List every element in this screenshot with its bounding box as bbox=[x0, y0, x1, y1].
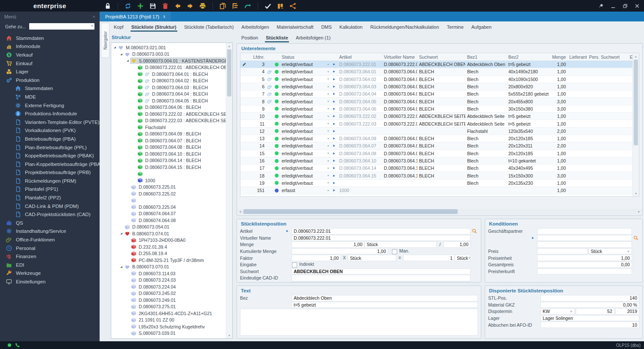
tree-node[interactable]: D.0806073.064.07 : BLECH bbox=[112, 137, 226, 144]
tab-dms[interactable]: DMS bbox=[317, 23, 335, 33]
preis-field[interactable] bbox=[537, 248, 588, 255]
sidebar-item-produktion[interactable]: Produktion bbox=[0, 76, 100, 84]
artikel-field[interactable]: D.0806073.222.01 bbox=[292, 228, 471, 235]
cell-dd[interactable] bbox=[325, 137, 331, 140]
table-row[interactable]: 13erledigt/verbautD.0806073.064.09D.0806… bbox=[240, 135, 633, 142]
tree-node[interactable]: D.0806073.064.10 : BLECH bbox=[112, 150, 226, 157]
resources-button[interactable] bbox=[276, 2, 284, 10]
scroll-down-icon[interactable]: ▼ bbox=[633, 190, 639, 196]
tree-scroll-thumb[interactable] bbox=[227, 49, 231, 96]
cell-dd[interactable] bbox=[325, 115, 331, 118]
tree-node[interactable]: S.0806073.039.01 bbox=[112, 330, 226, 337]
cell-play[interactable] bbox=[331, 63, 337, 66]
table-row[interactable]: 17erledigt/verbautD.0806073.064.14D.0806… bbox=[240, 165, 633, 172]
cell-dd[interactable] bbox=[325, 63, 331, 66]
sidebar-item-lager[interactable]: Lager bbox=[0, 67, 100, 76]
menge-field[interactable]: 1,00 bbox=[292, 241, 365, 248]
cell-dd[interactable] bbox=[325, 189, 331, 192]
refresh-button[interactable] bbox=[124, 2, 132, 10]
table-row[interactable]: 11erledigt/verbautD.0806073.222.03D.0806… bbox=[240, 120, 633, 127]
table-row[interactable]: 19erledigt/verbautBlech20x135x2301,00 bbox=[240, 180, 633, 187]
print-button[interactable] bbox=[199, 2, 207, 10]
cell-play[interactable] bbox=[331, 85, 337, 88]
tree-node[interactable]: D.0806074.064.08 bbox=[112, 217, 226, 224]
result-unit-dropdown[interactable]: Stück▼ bbox=[455, 255, 471, 261]
column-header-ein[interactable]: Ein bbox=[626, 54, 633, 60]
menu-close-icon[interactable]: × bbox=[93, 14, 95, 19]
confirm-button[interactable] bbox=[264, 2, 272, 10]
tree-node[interactable]: D.0806073.224.03 bbox=[112, 277, 226, 284]
column-header-vname[interactable]: Virtueller Name bbox=[382, 54, 417, 60]
inner-tab-st-ckliste[interactable]: Stückliste bbox=[262, 33, 292, 43]
lager-field[interactable]: Lager Solingen bbox=[541, 315, 639, 322]
cell-dd[interactable] bbox=[325, 122, 331, 125]
tree-node[interactable]: D.0806073.224.04 bbox=[112, 283, 226, 290]
sidebar-item-einstellungen[interactable]: Einstellungen bbox=[0, 277, 100, 286]
tab-kopf[interactable]: Kopf bbox=[110, 23, 128, 33]
bez-line2-field[interactable]: t=5 gebeizt bbox=[292, 302, 478, 308]
tree-expander[interactable] bbox=[119, 53, 124, 56]
scroll-up-icon[interactable]: ▲ bbox=[633, 53, 639, 59]
column-header-pers[interactable]: Pers. Suchwort bbox=[587, 54, 626, 60]
cell-play[interactable] bbox=[331, 78, 337, 81]
zeichnungsnummer-field[interactable]: D.0806073.222.01 bbox=[292, 282, 471, 283]
sidebar-item-cad-link-pdm-pdm[interactable]: CAD-Link & PDM (PDM) bbox=[0, 202, 100, 211]
sidebar-item-werkzeuge[interactable]: Werkzeuge bbox=[0, 269, 100, 278]
sidebar-item-verkauf[interactable]: $Verkauf bbox=[0, 51, 100, 59]
table-hscrollbar[interactable]: ◄ ► bbox=[237, 209, 642, 214]
cell-dd[interactable] bbox=[325, 181, 331, 184]
table-row[interactable]: 15erledigt/verbautD.0806073.064.08D.0806… bbox=[240, 150, 633, 157]
pin-icon[interactable] bbox=[598, 3, 604, 9]
sidebar-item-projektbetriebsauftr-ge-prb[interactable]: Projektbetriebsaufträge (PRB) bbox=[0, 168, 100, 177]
table-row[interactable]: 10erledigt/verbautD.0806073.222.02D.0806… bbox=[240, 113, 633, 120]
tree-node[interactable]: D.0806073.225.01 bbox=[112, 184, 226, 191]
table-row[interactable]: 6erledigt/verbautD.0806073.064.03D.08060… bbox=[240, 83, 633, 90]
tab-close-icon[interactable]: x bbox=[163, 14, 165, 19]
sidebar-item-infomodule[interactable]: Infomodule bbox=[0, 42, 100, 51]
cell-play[interactable] bbox=[331, 114, 337, 118]
cell-play[interactable] bbox=[331, 137, 337, 140]
scroll-down-icon[interactable]: ▼ bbox=[226, 332, 232, 338]
column-header-bez1[interactable]: Bez1 bbox=[465, 54, 507, 60]
tab-materialwirtschaft[interactable]: Materialwirtschaft bbox=[273, 23, 318, 33]
tree-node[interactable]: D.232.01.39.4 bbox=[112, 244, 226, 250]
sidebar-item-plan-koppelbetriebsauftr-ge-pbakp[interactable]: Plan-Koppelbetriebsaufträge (PBAKP) bbox=[0, 160, 100, 168]
tab-arbeitsfolgen[interactable]: Arbeitsfolgen bbox=[237, 23, 273, 33]
tab-projektba[interactable]: ProjektBA 1213 (Prjstl 17) x bbox=[100, 12, 171, 21]
table-row[interactable]: 5erledigt/verbautD.0806073.064.02D.08060… bbox=[240, 76, 633, 83]
tree-node[interactable]: D.255.08.19.4 bbox=[112, 250, 226, 257]
scroll-right-icon[interactable]: ► bbox=[636, 209, 642, 214]
tree-node[interactable]: B.0806073.070.01 bbox=[112, 264, 226, 271]
restore-icon[interactable] bbox=[623, 3, 628, 9]
sidebar-item-mde[interactable]: MDE bbox=[0, 93, 100, 101]
sidebar-item-plan-betriebsauftr-ge-ppl[interactable]: Plan-Betriebsaufträge (PPL) bbox=[0, 143, 100, 152]
sidebar-item-betriebsauftr-ge-pba[interactable]: Betriebsaufträge (PBA) bbox=[0, 135, 100, 143]
tree-node[interactable]: B.0806073.074.01 bbox=[112, 230, 226, 237]
vname-field[interactable]: D.0806073.222.01 bbox=[292, 235, 471, 241]
tree-node[interactable]: D.0806073.064.02 : BLECH bbox=[112, 78, 226, 84]
tab-st-ckliste-tabellarisch[interactable]: Stückliste (Tabellarisch) bbox=[180, 23, 238, 33]
tree-node[interactable]: L95x20x3 Schutzring Kugeldrehv bbox=[112, 323, 226, 330]
table-scrollbar[interactable]: ▲ ▼ bbox=[632, 53, 639, 196]
table-row[interactable]: 7erledigt/verbautD.0806073.064.04D.08060… bbox=[240, 90, 633, 98]
dispotermin-kw-field[interactable]: 52 bbox=[576, 308, 614, 315]
tree-node[interactable]: D.0806073.003.01 bbox=[112, 51, 226, 58]
cadid-field[interactable] bbox=[292, 275, 471, 281]
menge-unit-field[interactable]: Stück bbox=[365, 241, 437, 248]
tree-node[interactable]: Flachstahl bbox=[112, 124, 226, 131]
tree-node[interactable]: D.0806073.064.04 : BLECH bbox=[112, 91, 226, 98]
tab-r-ckmeldungen-nachkalkulation[interactable]: Rückmeldungen/Nachkalkulation bbox=[366, 23, 443, 33]
tree-node[interactable]: D.0806073.064.14 : BLECH bbox=[112, 157, 226, 164]
text-area[interactable] bbox=[240, 309, 478, 336]
tree-node[interactable] bbox=[112, 171, 226, 178]
indirekt-checkbox[interactable] bbox=[292, 262, 297, 268]
hscroll-thumb[interactable] bbox=[243, 209, 458, 214]
add-button[interactable] bbox=[137, 2, 144, 10]
cell-dd[interactable] bbox=[325, 174, 331, 177]
table-row[interactable]: 14erledigt/verbautD.0806073.064.07D.0806… bbox=[240, 142, 633, 150]
tree-expander[interactable] bbox=[119, 232, 124, 235]
column-header-lfdnr[interactable]: Lfdnr. bbox=[248, 54, 266, 60]
tree-node[interactable]: D.0806073.222.02 : ABDECKBLECH SEITE bbox=[112, 111, 226, 117]
cell-play[interactable] bbox=[331, 100, 337, 103]
tree-node[interactable]: 1PH7103-2HD00-0BA0 bbox=[112, 237, 226, 244]
